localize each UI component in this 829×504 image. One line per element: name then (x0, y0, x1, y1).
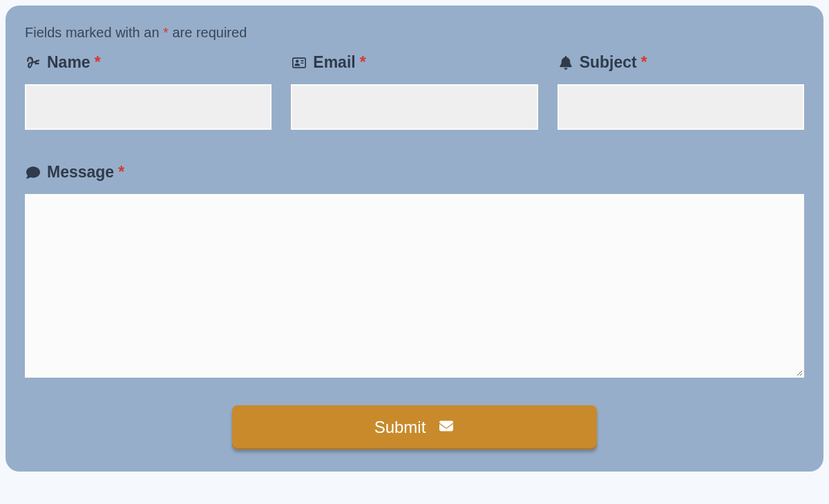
submit-row: Submit (25, 405, 804, 449)
message-textarea[interactable] (25, 194, 804, 378)
submit-button[interactable]: Submit (232, 405, 597, 449)
name-input[interactable] (25, 84, 271, 130)
message-field-group: Message * (25, 163, 804, 380)
email-field-group: Email * (291, 53, 537, 130)
message-required-mark: * (118, 163, 124, 182)
signature-icon (25, 55, 41, 71)
name-required-mark: * (95, 53, 101, 72)
required-note-prefix: Fields marked with an (25, 25, 163, 40)
subject-required-mark: * (641, 53, 647, 72)
name-field-group: Name * (25, 53, 271, 130)
subject-input[interactable] (558, 84, 804, 130)
required-fields-note: Fields marked with an * are required (25, 25, 804, 41)
message-label-text: Message (47, 163, 114, 182)
contact-form-panel: Fields marked with an * are required Nam… (6, 6, 823, 472)
email-label-text: Email (313, 53, 355, 72)
message-label: Message * (25, 163, 804, 182)
submit-button-label: Submit (374, 418, 426, 437)
subject-field-group: Subject * (558, 53, 804, 130)
address-card-icon (291, 55, 307, 71)
subject-label: Subject * (558, 53, 804, 72)
fields-row: Name * Email * Subject * (25, 53, 804, 130)
subject-label-text: Subject (580, 53, 637, 72)
required-note-suffix: are required (169, 25, 247, 40)
email-label: Email * (291, 53, 537, 72)
email-required-mark: * (360, 53, 366, 72)
envelope-icon (438, 418, 455, 437)
name-label: Name * (25, 53, 271, 72)
email-input[interactable] (291, 84, 537, 130)
comment-icon (25, 164, 41, 181)
bell-icon (558, 55, 574, 71)
required-asterisk: * (163, 25, 169, 40)
name-label-text: Name (47, 53, 90, 72)
